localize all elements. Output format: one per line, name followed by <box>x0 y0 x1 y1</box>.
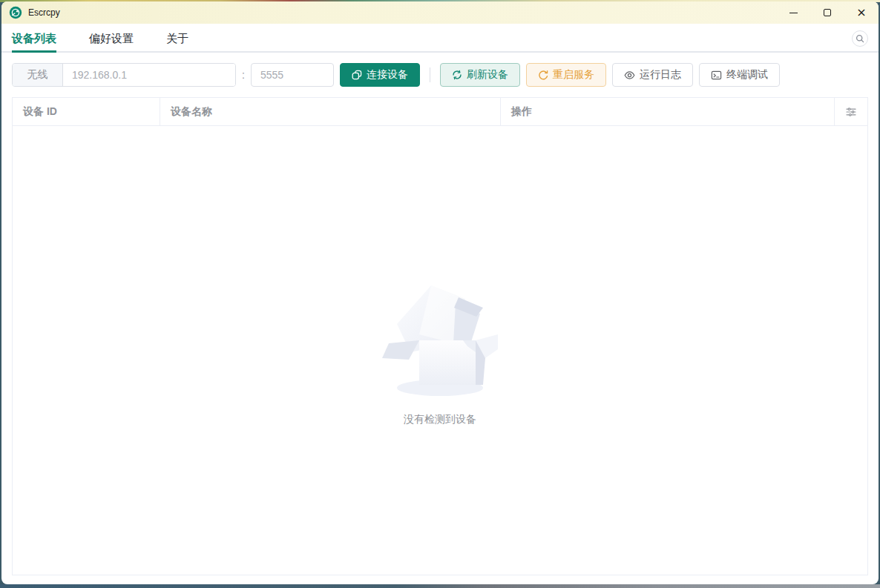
maximize-button[interactable] <box>810 1 844 24</box>
terminal-debug-button[interactable]: 终端调试 <box>699 63 780 87</box>
refresh-icon <box>452 70 462 80</box>
desktop-background: Escrcpy × 设备列表 偏好设置 关于 <box>0 0 880 588</box>
link-icon <box>352 70 362 80</box>
toolbar-divider <box>430 67 430 82</box>
column-header-actions: 操作 <box>501 98 835 125</box>
toolbar: 无线 : 连接设备 刷新设备 <box>12 63 868 87</box>
search-button[interactable] <box>852 30 868 47</box>
close-button[interactable]: × <box>844 1 879 24</box>
column-settings-button[interactable] <box>835 98 867 125</box>
refresh-devices-label: 刷新设备 <box>467 68 508 82</box>
restart-service-label: 重启服务 <box>553 68 594 82</box>
tab-preferences[interactable]: 偏好设置 <box>89 24 134 53</box>
device-table: 设备 ID 设备名称 操作 <box>12 97 868 575</box>
tab-device-list-label: 设备列表 <box>12 32 56 46</box>
tab-device-list[interactable]: 设备列表 <box>12 24 56 53</box>
minimize-icon <box>789 13 798 13</box>
tab-bar: 设备列表 偏好设置 关于 <box>1 24 879 53</box>
search-icon <box>856 34 864 43</box>
connect-device-label: 连接设备 <box>367 68 408 82</box>
eye-icon <box>624 70 635 81</box>
close-icon: × <box>856 7 866 19</box>
run-logs-button[interactable]: 运行日志 <box>612 63 693 87</box>
column-header-device-id: 设备 ID <box>13 98 160 125</box>
app-logo-icon <box>9 6 22 19</box>
connect-device-button[interactable]: 连接设备 <box>340 63 420 87</box>
terminal-debug-label: 终端调试 <box>726 68 768 82</box>
refresh-devices-button[interactable]: 刷新设备 <box>440 63 520 87</box>
window-controls: × <box>776 1 879 24</box>
empty-box-illustration <box>379 275 501 400</box>
column-settings-icon <box>845 106 857 118</box>
device-table-header: 设备 ID 设备名称 操作 <box>13 98 867 126</box>
minimize-button[interactable] <box>776 1 810 24</box>
run-logs-label: 运行日志 <box>640 68 681 82</box>
ip-address-input[interactable] <box>63 64 235 86</box>
window-title: Escrcpy <box>28 7 60 18</box>
wireless-mode-select[interactable]: 无线 <box>13 64 63 86</box>
tab-about-label: 关于 <box>166 32 188 46</box>
port-separator: : <box>242 69 245 81</box>
column-header-device-name: 设备名称 <box>160 98 501 125</box>
device-table-empty-state: 没有检测到设备 <box>13 126 867 575</box>
tab-about[interactable]: 关于 <box>166 24 188 53</box>
restart-icon <box>538 70 548 80</box>
terminal-icon <box>711 70 722 81</box>
empty-state-text: 没有检测到设备 <box>404 413 476 426</box>
app-window: Escrcpy × 设备列表 偏好设置 关于 <box>1 1 879 584</box>
port-input[interactable] <box>251 63 334 87</box>
maximize-icon <box>824 9 831 16</box>
tab-preferences-label: 偏好设置 <box>89 32 134 46</box>
wireless-address-group: 无线 <box>12 63 236 87</box>
titlebar: Escrcpy × <box>1 1 879 24</box>
restart-service-button[interactable]: 重启服务 <box>526 63 606 87</box>
